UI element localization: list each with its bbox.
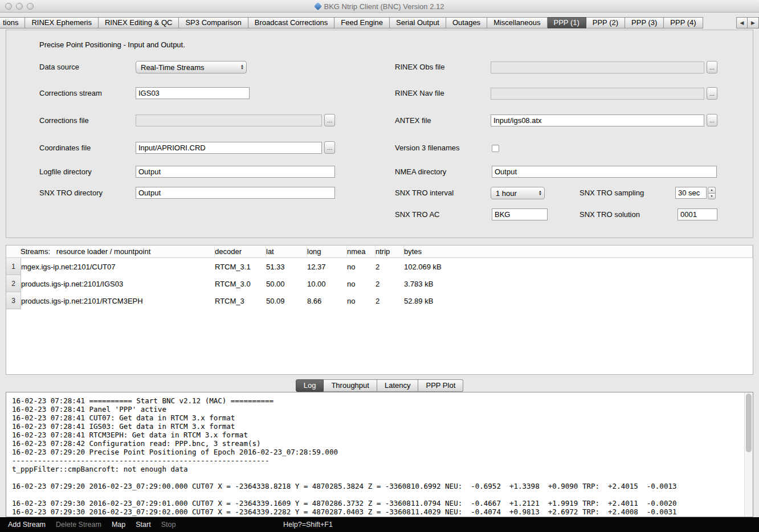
coordinates-file-input[interactable] xyxy=(136,142,322,154)
corrections-file-label: Corrections file xyxy=(39,116,89,125)
version3-filenames-label: Version 3 filenames xyxy=(395,144,459,152)
tab-serial-output[interactable]: Serial Output xyxy=(390,17,446,28)
snx-tro-sampling-stepper[interactable]: ▲ ▼ xyxy=(708,187,716,199)
cell-decoder: RTCM_3.1 xyxy=(215,263,266,271)
tab-sp3-comparison[interactable]: SP3 Comparison xyxy=(179,17,248,28)
snx-tro-ac-input[interactable] xyxy=(492,208,548,220)
nmea-directory-label: NMEA directory xyxy=(395,167,446,176)
tab-broadcast-corrections[interactable]: Broadcast Corrections xyxy=(248,17,335,28)
log-line: t_pppFilter::cmpBancroft: not enough dat… xyxy=(12,465,740,473)
stepper-down-icon[interactable]: ▼ xyxy=(708,193,716,200)
snx-tro-directory-input[interactable] xyxy=(136,187,335,199)
tab-miscellaneous[interactable]: Miscellaneous xyxy=(487,17,547,28)
stream-row[interactable]: 3 products.igs-ip.net:2101/RTCM3EPH RTCM… xyxy=(6,292,753,309)
tab-outages[interactable]: Outages xyxy=(446,17,487,28)
cell-nmea: no xyxy=(347,297,376,305)
bottom-bar: Add Stream Delete Stream Map Start Stop … xyxy=(0,517,759,532)
version3-checkbox[interactable] xyxy=(492,145,499,152)
cell-lat: 51.33 xyxy=(266,263,307,271)
log-line: 16-02-23 07:28:42 Configuration read: PP… xyxy=(12,439,740,448)
tab-rinex-editing-qc[interactable]: RINEX Editing & QC xyxy=(99,17,179,28)
tab-tions-partial[interactable]: tions xyxy=(0,17,25,28)
start-button[interactable]: Start xyxy=(136,521,150,529)
delete-stream-button[interactable]: Delete Stream xyxy=(56,521,101,529)
app-icon xyxy=(313,2,321,10)
log-output: 16-02-23 07:28:41 ========== Start BNC v… xyxy=(6,392,753,517)
logfile-directory-input[interactable] xyxy=(136,166,335,178)
rinex-nav-file-label: RINEX Nav file xyxy=(395,89,444,97)
log-tab-latency[interactable]: Latency xyxy=(377,379,419,392)
log-scrollbar[interactable] xyxy=(744,392,753,517)
header-bytes: bytes xyxy=(404,245,753,257)
stream-row[interactable]: 2 products.igs-ip.net:2101/IGS03 RTCM_3.… xyxy=(6,275,753,292)
cell-nmea: no xyxy=(347,280,376,288)
rinex-obs-browse-button[interactable]: ... xyxy=(707,61,717,73)
data-source-select[interactable]: Real-Time Streams ▲▼ xyxy=(136,61,247,73)
tab-scroller: ◀ ▶ xyxy=(736,17,759,28)
corrections-file-input[interactable] xyxy=(136,114,322,126)
rinex-nav-file-input[interactable] xyxy=(491,88,704,100)
tab-ppp-3[interactable]: PPP (3) xyxy=(625,17,664,28)
log-line: 16-02-23 07:29:30 2016-02-23_07:29:02.00… xyxy=(12,508,740,516)
streams-header: Streams: resource loader / mountpoint de… xyxy=(6,245,753,258)
cell-long: 12.37 xyxy=(307,263,347,271)
log-line: 16-02-23 07:29:30 2016-02-23_07:29:01.00… xyxy=(12,499,740,508)
row-number: 3 xyxy=(6,292,21,309)
map-button[interactable]: Map xyxy=(112,521,125,529)
header-long: long xyxy=(307,245,347,257)
snx-tro-sampling-input[interactable] xyxy=(675,187,707,199)
rinex-nav-browse-button[interactable]: ... xyxy=(707,87,717,100)
corrections-stream-input[interactable] xyxy=(136,87,250,99)
cell-ntrip: 2 xyxy=(376,297,404,305)
add-stream-button[interactable]: Add Stream xyxy=(8,521,46,529)
log-line xyxy=(12,490,740,499)
row-number: 2 xyxy=(6,275,21,292)
chevron-up-down-icon: ▲▼ xyxy=(536,190,544,196)
tab-scroll-left-button[interactable]: ◀ xyxy=(736,17,748,28)
minimize-button[interactable] xyxy=(16,3,23,10)
stepper-up-icon[interactable]: ▲ xyxy=(708,187,716,193)
tab-scroll-right-button[interactable]: ▶ xyxy=(748,17,759,28)
tab-ppp-2[interactable]: PPP (2) xyxy=(586,17,625,28)
stream-row[interactable]: 1 mgex.igs-ip.net:2101/CUT07 RTCM_3.1 51… xyxy=(6,258,753,275)
snx-tro-solution-input[interactable] xyxy=(678,208,717,220)
tab-ppp-4[interactable]: PPP (4) xyxy=(664,17,703,28)
snx-tro-interval-label: SNX TRO interval xyxy=(395,189,454,197)
coordinates-file-browse-button[interactable]: ... xyxy=(324,141,335,154)
log-line: 16-02-23 07:29:20 2016-02-23_07:29:00.00… xyxy=(12,482,740,490)
header-decoder: decoder xyxy=(215,245,266,257)
antex-file-input[interactable] xyxy=(491,114,704,126)
coordinates-file-label: Coordinates file xyxy=(39,144,91,152)
log-tab-log[interactable]: Log xyxy=(296,379,324,392)
log-line: 16-02-23 07:28:41 ========== Start BNC v… xyxy=(12,396,740,405)
corrections-file-browse-button[interactable]: ... xyxy=(324,114,335,126)
cell-long: 8.66 xyxy=(307,297,347,305)
log-line: 16-02-23 07:28:41 Panel 'PPP' active xyxy=(12,405,740,414)
log-tab-ppp-plot[interactable]: PPP Plot xyxy=(418,379,463,392)
cell-nmea: no xyxy=(347,263,376,271)
log-tab-throughput[interactable]: Throughput xyxy=(324,379,377,392)
antex-browse-button[interactable]: ... xyxy=(707,114,717,126)
snx-tro-interval-select[interactable]: 1 hour ▲▼ xyxy=(491,187,545,199)
rinex-obs-file-input[interactable] xyxy=(491,62,704,73)
cell-ntrip: 2 xyxy=(376,280,404,288)
close-button[interactable] xyxy=(5,3,12,10)
scrollbar-thumb[interactable] xyxy=(746,394,752,452)
cell-mountpoint: mgex.igs-ip.net:2101/CUT07 xyxy=(21,263,215,271)
cell-mountpoint: products.igs-ip.net:2101/IGS03 xyxy=(21,280,215,288)
snx-tro-sampling-label: SNX TRO sampling xyxy=(580,189,644,197)
data-source-value: Real-Time Streams xyxy=(141,63,204,72)
nmea-directory-input[interactable] xyxy=(492,166,717,178)
tab-ppp-1[interactable]: PPP (1) xyxy=(548,17,586,28)
tab-feed-engine[interactable]: Feed Engine xyxy=(334,17,390,28)
cell-lat: 50.09 xyxy=(266,297,307,305)
help-hint: Help?=Shift+F1 xyxy=(283,517,333,532)
zoom-button[interactable] xyxy=(27,3,34,10)
cell-bytes: 52.89 kB xyxy=(404,297,753,305)
cell-decoder: RTCM_3.0 xyxy=(215,280,266,288)
stop-button[interactable]: Stop xyxy=(161,521,176,529)
tab-rinex-ephemeris[interactable]: RINEX Ephemeris xyxy=(25,17,98,28)
cell-long: 10.00 xyxy=(307,280,347,288)
ppp-panel: Precise Point Positioning - Input and Ou… xyxy=(6,30,753,238)
log-line: 16-02-23 07:28:41 CUT07: Get data in RTC… xyxy=(12,414,740,422)
